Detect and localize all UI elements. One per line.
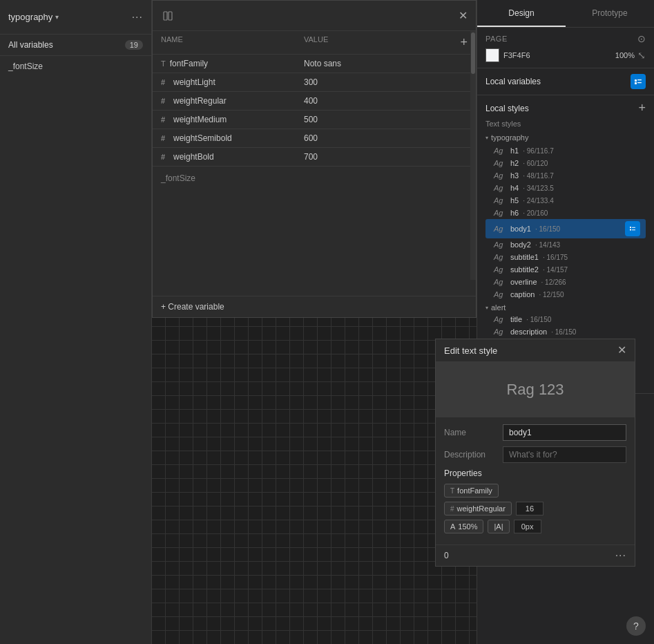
style-action-icon-button[interactable] [625, 221, 640, 236]
tab-prototype[interactable]: Prototype [566, 0, 654, 27]
style-meta-h3: · 48/116.7 [523, 172, 553, 180]
letter-spacing-tag[interactable]: |A| [488, 520, 509, 533]
ag-label: Ag [494, 265, 506, 274]
edit-form: Name Description Properties T fontFamily [436, 417, 635, 544]
local-vars-action-button[interactable] [631, 74, 646, 89]
help-button[interactable]: ? [626, 616, 646, 636]
style-item-left: Ag h2 · 60/120 [494, 159, 548, 167]
ag-label: Ag [494, 146, 506, 155]
alert-group-header[interactable]: ▾ alert [485, 301, 646, 313]
line-height-tag[interactable]: A 150% [444, 520, 483, 533]
style-item-body1[interactable]: Ag body1 · 16/150 [485, 219, 646, 238]
font-family-tag[interactable]: T fontFamily [444, 484, 499, 498]
ag-label: Ag [494, 196, 506, 205]
scrollbar[interactable] [470, 31, 476, 280]
create-variable-button[interactable]: + Create variable [161, 302, 224, 312]
style-item-left: Ag caption · 12/150 [494, 290, 564, 299]
svg-rect-0 [164, 12, 167, 20]
panel-layout-icon [161, 9, 175, 23]
style-item-h1[interactable]: Ag h1 · 96/116.7 [485, 144, 646, 157]
properties-section: Properties T fontFamily # weightRegular [444, 468, 626, 533]
style-item-body2[interactable]: Ag body2 · 14/143 [485, 238, 646, 251]
var-row-weightsemibold[interactable]: # weightSemibold 600 [153, 129, 476, 148]
var-value-weightsemibold: 600 [304, 133, 447, 143]
style-item-h4[interactable]: Ag h4 · 34/123.5 [485, 182, 646, 194]
weight-size-row: # weightRegular [444, 502, 626, 515]
name-input[interactable] [503, 424, 626, 441]
style-name-h3: h3 [510, 171, 519, 180]
style-item-h3[interactable]: Ag h3 · 48/116.7 [485, 169, 646, 182]
type-icon-hash: # [161, 78, 169, 86]
font-size-input[interactable] [516, 502, 544, 515]
style-name-h1: h1 [510, 146, 519, 155]
style-item-left: Ag description · 16/150 [494, 328, 576, 336]
page-settings-button[interactable]: ⊙ [637, 33, 646, 44]
svg-rect-8 [632, 227, 635, 228]
style-item-left: Ag subtitle1 · 16/175 [494, 253, 568, 261]
page-color-group[interactable]: F3F4F6 [485, 48, 530, 62]
local-styles-title: Local styles [485, 104, 529, 113]
var-name: weightSemibold [173, 133, 232, 143]
col-value-header: Value [304, 35, 447, 50]
style-item-left: Ag h3 · 48/116.7 [494, 171, 554, 180]
table-header-row: Name Value + [153, 31, 476, 55]
page-color-swatch[interactable] [485, 48, 499, 62]
style-meta-h2: · 60/120 [523, 160, 548, 167]
panel-title-text: typography [8, 12, 52, 22]
sidebar-item-fontsize[interactable]: _fontSize ··· [0, 56, 151, 77]
style-item-subtitle1[interactable]: Ag subtitle1 · 16/175 [485, 251, 646, 263]
var-row-weightregular[interactable]: # weightRegular 400 [153, 92, 476, 111]
svg-rect-2 [635, 79, 637, 82]
style-item-h6[interactable]: Ag h6 · 20/160 [485, 207, 646, 219]
page-section-header: Page ⊙ [485, 33, 646, 44]
var-row-weightbold[interactable]: # weightBold 700 [153, 148, 476, 167]
edit-modal-more-button[interactable]: ··· [615, 549, 626, 562]
style-item-h5[interactable]: Ag h5 · 24/133.4 [485, 194, 646, 207]
typography-group-header[interactable]: ▾ typography [485, 131, 646, 144]
ag-label: Ag [494, 159, 506, 167]
weight-tag[interactable]: # weightRegular [444, 502, 512, 515]
style-item-caption[interactable]: Ag caption · 12/150 [485, 288, 646, 301]
var-row-weightlight[interactable]: # weightLight 300 [153, 73, 476, 92]
style-meta-h4: · 34/123.5 [523, 184, 553, 192]
svg-rect-1 [169, 12, 172, 20]
style-item-alert-description[interactable]: Ag description · 16/150 [485, 325, 646, 338]
page-opacity-value: 100% [615, 51, 635, 59]
style-item-subtitle2[interactable]: Ag subtitle2 · 14/157 [485, 263, 646, 276]
edit-style-close-button[interactable]: ✕ [617, 345, 626, 356]
description-input[interactable] [503, 446, 626, 463]
section-label-fontsize: _fontSize [153, 167, 476, 186]
add-style-button[interactable]: + [638, 101, 646, 115]
panel-more-button[interactable]: ··· [132, 11, 143, 23]
style-item-alert-title[interactable]: Ag title · 16/150 [485, 313, 646, 325]
paragraph-spacing-value: 0 [444, 551, 449, 560]
style-item-left: Ag body1 · 16/150 [494, 225, 560, 233]
style-name-h5: h5 [510, 196, 519, 205]
line-height-icon: A [450, 522, 455, 531]
style-item-left: Ag h6 · 20/160 [494, 209, 548, 217]
panel-title-group: typography ▾ [8, 12, 59, 22]
font-family-value: fontFamily [457, 486, 492, 495]
name-row: Name [444, 424, 626, 441]
text-styles-label: Text styles [485, 120, 646, 128]
style-name-alert-title: title [510, 315, 522, 323]
add-variable-button[interactable]: + [447, 35, 468, 50]
page-opacity-icon[interactable]: ⤡ [637, 50, 646, 61]
left-panel-header: typography ▾ ··· [0, 0, 151, 35]
letter-spacing-input[interactable] [514, 520, 541, 533]
style-item-overline[interactable]: Ag overline · 12/266 [485, 276, 646, 288]
type-icon-hash: # [161, 97, 169, 105]
variables-table: Name Value + T fontFamily Noto sans # we… [153, 31, 476, 296]
var-row-fontfamily[interactable]: T fontFamily Noto sans [153, 55, 476, 73]
svg-rect-7 [630, 229, 631, 231]
var-name: weightRegular [173, 96, 227, 106]
variables-modal-footer: + Create variable [153, 296, 476, 317]
tab-design[interactable]: Design [477, 0, 566, 27]
style-item-h2[interactable]: Ag h2 · 60/120 [485, 157, 646, 169]
var-row-weightmedium[interactable]: # weightMedium 500 [153, 111, 476, 129]
all-variables-row[interactable]: All variables 19 [0, 35, 151, 56]
hash-icon: # [450, 505, 454, 513]
variables-modal-close-button[interactable]: ✕ [459, 10, 468, 21]
style-meta-h6: · 20/160 [523, 209, 548, 217]
page-section: Page ⊙ F3F4F6 100% ⤡ [477, 28, 654, 68]
